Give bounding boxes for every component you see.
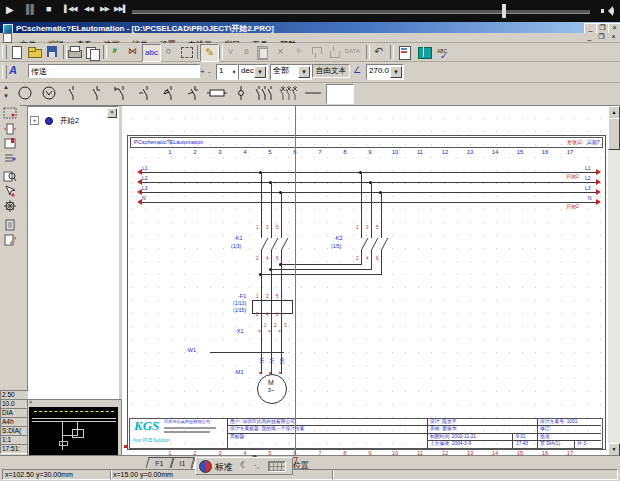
tree-expand-icon[interactable]: +	[30, 116, 39, 125]
text-tool-button[interactable]: abc	[142, 44, 161, 62]
view-b-button[interactable]: B	[238, 44, 255, 60]
seek-slider-track[interactable]	[132, 10, 590, 14]
ime-fullwidth-icon[interactable]: ☾	[240, 460, 248, 470]
skip-end-button[interactable]: ▶▶▌	[114, 5, 127, 13]
rotate-angle-icon[interactable]: ∠	[353, 65, 361, 75]
symbol-book-icon[interactable]	[1, 137, 18, 151]
terminal-symbol-button[interactable]	[230, 84, 252, 102]
zoom-page-icon[interactable]	[1, 170, 18, 184]
pause-button[interactable]: ▌▌	[26, 4, 35, 14]
contact-nc-symbol-button[interactable]	[86, 84, 108, 102]
area-tool-button[interactable]	[178, 44, 195, 60]
child-close-button[interactable]: ×	[608, 33, 619, 41]
stop-button[interactable]: ■	[46, 4, 51, 14]
spellcheck-button[interactable]: ABC✓	[436, 44, 453, 60]
three-phase-breaker-symbol-button[interactable]	[278, 84, 300, 102]
align-button[interactable]: ✧	[290, 44, 307, 60]
angle-dropdown[interactable]: 270.0▼	[366, 64, 404, 80]
data-button[interactable]: DATA	[344, 44, 361, 60]
ime-bar[interactable]: 标准 ☾ ·,	[195, 457, 293, 475]
child-minimize-button[interactable]: _	[584, 33, 595, 41]
play-button[interactable]: ▶	[6, 4, 14, 15]
decrease-button[interactable]: -	[208, 67, 211, 76]
lamp-symbol-button[interactable]	[14, 84, 36, 102]
skip-back-button[interactable]: ▌◀◀	[64, 5, 77, 13]
notes-icon[interactable]	[1, 219, 18, 233]
motor-terminal-dot	[279, 372, 281, 374]
contact-no-symbol-button[interactable]	[62, 84, 84, 102]
tree-root-item[interactable]: + 开始2	[30, 111, 79, 121]
toolbar-grip[interactable]	[2, 65, 7, 79]
limit-switch-nc-symbol-button[interactable]	[110, 84, 132, 102]
child-restore-button[interactable]: ❐	[596, 33, 607, 41]
limit-switch-no-symbol-button[interactable]	[134, 84, 156, 102]
area-select-icon[interactable]	[1, 107, 18, 121]
tree-close-icon[interactable]: ×	[107, 108, 117, 118]
catalog-book-button[interactable]	[416, 44, 433, 60]
pointer-add-icon[interactable]	[1, 185, 18, 199]
preview-close-icon[interactable]: ×	[29, 399, 33, 405]
preview-mark	[59, 441, 68, 446]
symbol-spinner-up-icon[interactable]: ▲	[3, 84, 9, 90]
toolbar-grip[interactable]	[2, 45, 7, 59]
pin-down-button[interactable]	[326, 44, 343, 60]
title-bar[interactable]: PCschematic?ELautomation - [D:\PCSELCAD\…	[0, 22, 620, 33]
new-file-button[interactable]	[8, 44, 25, 60]
tree-root-label[interactable]: 开始2	[60, 116, 79, 125]
scope-dropdown[interactable]: 全部▼	[270, 64, 312, 80]
ime-punctuation-icon[interactable]: ·,	[254, 461, 259, 470]
spinner-down-icon[interactable]: ▼	[232, 67, 236, 79]
ime-mode-button[interactable]: 标准	[215, 461, 233, 474]
print-pages-button[interactable]	[84, 44, 101, 60]
symbol-spinner-down-icon[interactable]: ▼	[3, 93, 9, 99]
component-label: -W1	[186, 348, 196, 354]
free-text-button[interactable]: 自由文本	[312, 64, 350, 78]
pencil-mode-button[interactable]: ✎	[200, 44, 219, 62]
symbols-tool-button[interactable]: ⋈	[124, 44, 141, 60]
dropdown-arrow-icon[interactable]: ▼	[298, 66, 310, 78]
edit-notes-icon[interactable]	[1, 234, 18, 248]
increase-button[interactable]: +	[200, 67, 205, 76]
settings-wheel-icon[interactable]	[1, 200, 18, 214]
undo-button[interactable]: ↶	[370, 44, 387, 60]
seek-slider-thumb[interactable]	[502, 4, 506, 18]
three-phase-contact-symbol-button[interactable]	[254, 84, 276, 102]
line-symbol-button[interactable]	[302, 84, 324, 102]
rewind-button[interactable]: ◀◀	[84, 5, 93, 13]
text-style-icon[interactable]: A	[9, 64, 17, 76]
ime-logo-icon[interactable]	[199, 460, 212, 473]
text-value-input[interactable]	[28, 64, 200, 78]
paste-button[interactable]	[254, 44, 271, 60]
line-list-icon[interactable]	[1, 152, 18, 166]
count-spinner[interactable]: 1 ▲ ▼	[216, 64, 238, 80]
page-flip-icon[interactable]	[1, 123, 18, 137]
scroll-thumb[interactable]	[608, 118, 620, 150]
blank-symbol-button[interactable]	[326, 84, 354, 104]
pushbutton-nc-symbol-button[interactable]	[182, 84, 204, 102]
coil-symbol-button[interactable]	[206, 84, 228, 102]
component-label: -K1	[234, 236, 243, 242]
open-file-button[interactable]	[26, 44, 43, 60]
view-v-button[interactable]: V	[222, 44, 239, 60]
dropdown-arrow-icon[interactable]: ▼	[390, 66, 402, 78]
volume-icon[interactable]	[601, 6, 613, 16]
lines-tool-button[interactable]: 〃	[106, 44, 123, 60]
circle-tool-button[interactable]: ○	[160, 44, 177, 60]
print-button[interactable]	[66, 44, 83, 60]
component-label: -M1	[234, 370, 243, 376]
page-grid-button[interactable]	[396, 44, 413, 60]
pin-up-button[interactable]	[308, 44, 325, 60]
wire	[281, 255, 282, 374]
forward-button[interactable]: ▶▶	[100, 5, 109, 13]
unit-dropdown[interactable]: dec▼	[238, 64, 268, 80]
ime-softkeyboard-icon[interactable]	[268, 461, 286, 472]
pushbutton-no-symbol-button[interactable]	[158, 84, 180, 102]
clock-value: 17:51:	[0, 444, 29, 454]
dropdown-arrow-icon[interactable]: ▼	[254, 66, 266, 78]
drawing-canvas[interactable]: PCschematic?ELautomation 更改日: 日期7 1 2 3 …	[122, 106, 608, 455]
vertical-scrollbar[interactable]: ▲ ▼	[608, 106, 620, 455]
save-button[interactable]	[44, 44, 61, 60]
delete-button[interactable]: ×	[272, 44, 289, 60]
preview-titlebar[interactable]: ×	[28, 400, 119, 407]
motor-symbol-button[interactable]	[38, 84, 60, 102]
